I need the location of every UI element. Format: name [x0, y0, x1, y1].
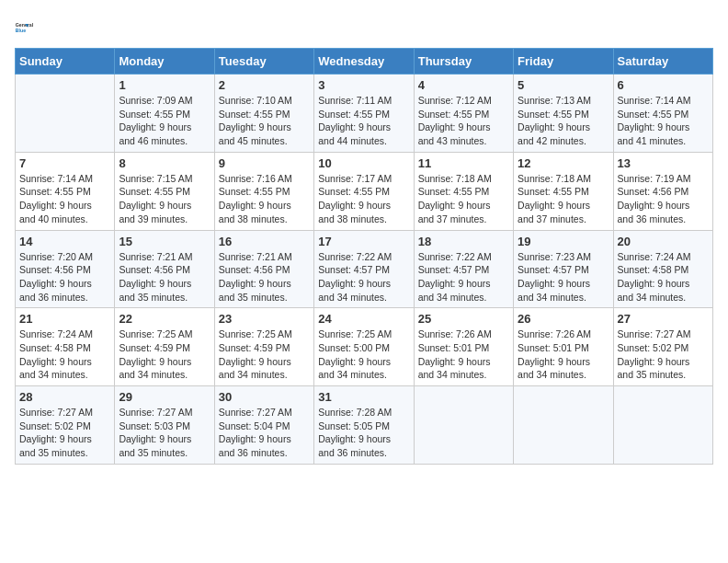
calendar-week-row: 28Sunrise: 7:27 AM Sunset: 5:02 PM Dayli… — [16, 386, 713, 465]
day-info: Sunrise: 7:26 AM Sunset: 5:01 PM Dayligh… — [518, 327, 609, 382]
calendar-cell: 12Sunrise: 7:18 AM Sunset: 4:55 PM Dayli… — [514, 152, 613, 230]
day-info: Sunrise: 7:27 AM Sunset: 5:03 PM Dayligh… — [119, 406, 210, 460]
day-number: 3 — [318, 78, 409, 92]
day-number: 26 — [518, 312, 609, 326]
day-info: Sunrise: 7:18 AM Sunset: 4:55 PM Dayligh… — [518, 172, 609, 226]
calendar-cell: 7Sunrise: 7:14 AM Sunset: 4:55 PM Daylig… — [16, 152, 115, 230]
calendar-body: 1Sunrise: 7:09 AM Sunset: 4:55 PM Daylig… — [16, 75, 713, 465]
calendar-cell: 3Sunrise: 7:11 AM Sunset: 4:55 PM Daylig… — [314, 75, 414, 153]
calendar-cell — [613, 386, 712, 465]
day-number: 15 — [119, 235, 210, 248]
day-number: 27 — [618, 312, 709, 326]
day-number: 7 — [19, 156, 110, 170]
calendar-cell: 20Sunrise: 7:24 AM Sunset: 4:58 PM Dayli… — [613, 230, 712, 308]
page-header: General Blue — [15, 15, 713, 40]
weekday-header-cell: Saturday — [613, 49, 712, 75]
day-info: Sunrise: 7:22 AM Sunset: 4:57 PM Dayligh… — [318, 250, 409, 304]
calendar-week-row: 7Sunrise: 7:14 AM Sunset: 4:55 PM Daylig… — [16, 152, 713, 230]
day-number: 2 — [219, 78, 310, 92]
day-number: 4 — [418, 78, 509, 92]
calendar-cell: 15Sunrise: 7:21 AM Sunset: 4:56 PM Dayli… — [115, 230, 214, 308]
calendar-cell: 31Sunrise: 7:28 AM Sunset: 5:05 PM Dayli… — [314, 386, 414, 465]
calendar-cell: 5Sunrise: 7:13 AM Sunset: 4:55 PM Daylig… — [514, 75, 613, 153]
calendar-cell: 25Sunrise: 7:26 AM Sunset: 5:01 PM Dayli… — [414, 308, 513, 386]
calendar-cell: 23Sunrise: 7:25 AM Sunset: 4:59 PM Dayli… — [214, 308, 313, 386]
calendar-cell: 11Sunrise: 7:18 AM Sunset: 4:55 PM Dayli… — [414, 152, 513, 230]
logo: General Blue — [15, 15, 40, 40]
day-number: 13 — [618, 156, 709, 170]
day-number: 20 — [618, 235, 709, 248]
day-info: Sunrise: 7:23 AM Sunset: 4:57 PM Dayligh… — [518, 250, 609, 304]
calendar-cell: 9Sunrise: 7:16 AM Sunset: 4:55 PM Daylig… — [214, 152, 313, 230]
day-number: 17 — [318, 235, 409, 248]
calendar-cell: 16Sunrise: 7:21 AM Sunset: 4:56 PM Dayli… — [214, 230, 313, 308]
calendar-cell: 30Sunrise: 7:27 AM Sunset: 5:04 PM Dayli… — [214, 386, 313, 465]
day-number: 14 — [19, 235, 110, 248]
calendar-cell: 28Sunrise: 7:27 AM Sunset: 5:02 PM Dayli… — [16, 386, 115, 465]
calendar-week-row: 21Sunrise: 7:24 AM Sunset: 4:58 PM Dayli… — [16, 308, 713, 386]
day-number: 1 — [119, 78, 210, 92]
day-info: Sunrise: 7:15 AM Sunset: 4:55 PM Dayligh… — [119, 172, 210, 226]
day-number: 19 — [518, 235, 609, 248]
calendar-cell: 2Sunrise: 7:10 AM Sunset: 4:55 PM Daylig… — [214, 75, 313, 153]
day-info: Sunrise: 7:17 AM Sunset: 4:55 PM Dayligh… — [318, 172, 409, 226]
day-number: 16 — [219, 235, 310, 248]
weekday-header-cell: Monday — [115, 49, 214, 75]
day-info: Sunrise: 7:16 AM Sunset: 4:55 PM Dayligh… — [219, 172, 310, 226]
svg-text:General: General — [16, 22, 34, 28]
day-info: Sunrise: 7:11 AM Sunset: 4:55 PM Dayligh… — [318, 94, 409, 148]
day-info: Sunrise: 7:21 AM Sunset: 4:56 PM Dayligh… — [119, 250, 210, 304]
day-number: 5 — [518, 78, 609, 92]
day-info: Sunrise: 7:24 AM Sunset: 4:58 PM Dayligh… — [618, 250, 709, 304]
day-info: Sunrise: 7:28 AM Sunset: 5:05 PM Dayligh… — [318, 406, 409, 460]
calendar-week-row: 14Sunrise: 7:20 AM Sunset: 4:56 PM Dayli… — [16, 230, 713, 308]
day-info: Sunrise: 7:19 AM Sunset: 4:56 PM Dayligh… — [618, 172, 709, 226]
calendar-cell: 10Sunrise: 7:17 AM Sunset: 4:55 PM Dayli… — [314, 152, 414, 230]
day-number: 6 — [618, 78, 709, 92]
day-info: Sunrise: 7:24 AM Sunset: 4:58 PM Dayligh… — [19, 327, 110, 382]
calendar-week-row: 1Sunrise: 7:09 AM Sunset: 4:55 PM Daylig… — [16, 75, 713, 153]
calendar-cell: 4Sunrise: 7:12 AM Sunset: 4:55 PM Daylig… — [414, 75, 513, 153]
calendar-cell: 14Sunrise: 7:20 AM Sunset: 4:56 PM Dayli… — [16, 230, 115, 308]
day-number: 21 — [19, 312, 110, 326]
calendar-cell: 1Sunrise: 7:09 AM Sunset: 4:55 PM Daylig… — [115, 75, 214, 153]
day-info: Sunrise: 7:27 AM Sunset: 5:02 PM Dayligh… — [618, 327, 709, 382]
calendar-cell: 13Sunrise: 7:19 AM Sunset: 4:56 PM Dayli… — [613, 152, 712, 230]
day-info: Sunrise: 7:09 AM Sunset: 4:55 PM Dayligh… — [119, 94, 210, 148]
day-info: Sunrise: 7:25 AM Sunset: 4:59 PM Dayligh… — [119, 327, 210, 382]
weekday-header-cell: Wednesday — [314, 49, 414, 75]
calendar-cell: 22Sunrise: 7:25 AM Sunset: 4:59 PM Dayli… — [115, 308, 214, 386]
day-number: 28 — [19, 390, 110, 404]
calendar-cell: 17Sunrise: 7:22 AM Sunset: 4:57 PM Dayli… — [314, 230, 414, 308]
day-number: 18 — [418, 235, 509, 248]
day-number: 24 — [318, 312, 409, 326]
day-info: Sunrise: 7:22 AM Sunset: 4:57 PM Dayligh… — [418, 250, 509, 304]
day-number: 25 — [418, 312, 509, 326]
weekday-header-cell: Tuesday — [214, 49, 313, 75]
day-number: 10 — [318, 156, 409, 170]
calendar-cell: 19Sunrise: 7:23 AM Sunset: 4:57 PM Dayli… — [514, 230, 613, 308]
calendar-table: SundayMondayTuesdayWednesdayThursdayFrid… — [15, 48, 713, 465]
day-info: Sunrise: 7:21 AM Sunset: 4:56 PM Dayligh… — [219, 250, 310, 304]
day-number: 11 — [418, 156, 509, 170]
day-number: 31 — [318, 390, 409, 404]
calendar-cell: 6Sunrise: 7:14 AM Sunset: 4:55 PM Daylig… — [613, 75, 712, 153]
logo-icon: General Blue — [15, 15, 40, 40]
day-info: Sunrise: 7:10 AM Sunset: 4:55 PM Dayligh… — [219, 94, 310, 148]
calendar-cell: 21Sunrise: 7:24 AM Sunset: 4:58 PM Dayli… — [16, 308, 115, 386]
day-number: 8 — [119, 156, 210, 170]
calendar-cell — [514, 386, 613, 465]
day-number: 22 — [119, 312, 210, 326]
day-info: Sunrise: 7:27 AM Sunset: 5:04 PM Dayligh… — [219, 406, 310, 460]
day-info: Sunrise: 7:27 AM Sunset: 5:02 PM Dayligh… — [19, 406, 110, 460]
day-info: Sunrise: 7:18 AM Sunset: 4:55 PM Dayligh… — [418, 172, 509, 226]
calendar-cell: 8Sunrise: 7:15 AM Sunset: 4:55 PM Daylig… — [115, 152, 214, 230]
day-info: Sunrise: 7:25 AM Sunset: 5:00 PM Dayligh… — [318, 327, 409, 382]
day-info: Sunrise: 7:20 AM Sunset: 4:56 PM Dayligh… — [19, 250, 110, 304]
calendar-cell — [16, 75, 115, 153]
calendar-cell: 29Sunrise: 7:27 AM Sunset: 5:03 PM Dayli… — [115, 386, 214, 465]
calendar-cell: 24Sunrise: 7:25 AM Sunset: 5:00 PM Dayli… — [314, 308, 414, 386]
weekday-header-cell: Friday — [514, 49, 613, 75]
calendar-cell: 27Sunrise: 7:27 AM Sunset: 5:02 PM Dayli… — [613, 308, 712, 386]
day-info: Sunrise: 7:14 AM Sunset: 4:55 PM Dayligh… — [19, 172, 110, 226]
